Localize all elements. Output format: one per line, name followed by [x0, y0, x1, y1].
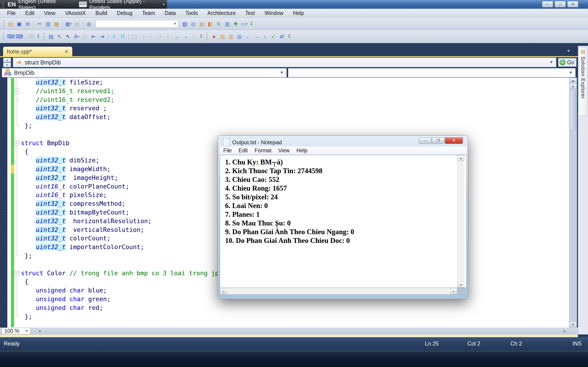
notepad-text-area[interactable]: 1. Chu Ky: BM┬á) 2. Kich Thuoc Tap Tin: … [220, 155, 467, 288]
properties-window-icon[interactable]: ▤ [198, 20, 206, 28]
toolbar-grip[interactable] [43, 33, 45, 40]
save-all-icon[interactable]: ⧉ [23, 20, 32, 28]
tab-close-icon[interactable]: ✕ [64, 49, 69, 54]
notepad-menu-view[interactable]: View [275, 148, 293, 154]
notepad-menu-file[interactable]: File [220, 148, 235, 154]
find-combobox[interactable]: ▼ [95, 20, 178, 28]
va-nav-forward-icon[interactable]: → [252, 32, 261, 41]
notepad-restore-button[interactable]: ❐ [432, 137, 445, 144]
extension-manager-icon[interactable]: ✚ [232, 20, 240, 28]
va-nav-back-icon[interactable]: ← [244, 32, 252, 41]
notepad-horizontal-scrollbar[interactable]: ◂ ▸ [220, 288, 457, 294]
increase-indent-icon[interactable]: ⇥ [98, 32, 106, 41]
code-line[interactable]: //uint16_t reserved2; [0, 95, 565, 104]
fold-collapse-icon[interactable]: – [15, 271, 19, 275]
prev-bookmark-icon[interactable]: ◂ [139, 32, 147, 41]
fold-collapse-icon[interactable]: – [15, 89, 19, 93]
notepad-vertical-scrollbar[interactable]: ▲ ▼ [457, 155, 464, 288]
go-button[interactable]: ➔ Go [558, 58, 577, 67]
menu-tools[interactable]: Tools [181, 9, 203, 18]
language-en-badge[interactable]: EN [8, 1, 16, 8]
fold-collapse-icon[interactable]: – [15, 141, 19, 145]
refresh-icon[interactable]: ↻ [215, 20, 223, 28]
scroll-up-icon[interactable]: ▲ [569, 83, 577, 89]
scroll-down-icon[interactable]: ▼ [458, 282, 464, 288]
menu-help[interactable]: Help [288, 9, 309, 18]
toolbar-overflow-icon[interactable]: ▾ [287, 32, 292, 41]
notepad-close-button[interactable]: ✕ [445, 137, 463, 144]
insert-box-icon[interactable]: ▢ [130, 32, 139, 41]
va-open-file-icon[interactable]: ▤ [218, 32, 227, 41]
scroll-down-icon[interactable]: ▼ [569, 322, 577, 327]
next-bookmark-icon[interactable]: ▸ [147, 32, 156, 41]
menu-architecture[interactable]: Architecture [203, 9, 241, 18]
find-in-files-icon[interactable]: ◎ [189, 20, 198, 28]
language-bar-options-icon[interactable]: ▾ [163, 2, 165, 6]
chevron-down-icon[interactable]: ▼ [173, 22, 177, 25]
notepad-window[interactable]: Output.txt - Notepad ─ ❐ ✕ FileEditForma… [218, 135, 468, 299]
word-wrap-icon[interactable]: A▾ [72, 32, 81, 41]
menu-vassistx[interactable]: VAssistX [60, 9, 90, 18]
notepad-menu-format[interactable]: Format [251, 148, 275, 154]
scroll-left-icon[interactable]: ◂ [37, 328, 42, 334]
display-window-icon[interactable]: ▤ [47, 32, 55, 41]
chevron-down-icon[interactable]: ▼ [549, 60, 553, 65]
toolbar-grip[interactable] [3, 33, 4, 40]
menu-edit[interactable]: Edit [20, 9, 39, 18]
toolbar-overflow-icon[interactable]: ▾ [249, 20, 254, 28]
prev-bookmark-folder-icon[interactable]: ◂ [156, 32, 164, 41]
scroll-right-icon[interactable]: ▸ [562, 328, 567, 334]
va-paste-history-icon[interactable]: ↓ [261, 32, 269, 41]
scroll-up-icon[interactable]: ▲ [458, 155, 464, 161]
toolbar-grip[interactable] [3, 20, 4, 28]
context-scope-combobox[interactable]: ➜ struct BmpDib ▼ [13, 58, 556, 67]
scroll-right-icon[interactable]: ▸ [450, 288, 457, 294]
notepad-menu-help[interactable]: Help [293, 148, 311, 154]
class-view-icon[interactable]: ▥ [223, 20, 232, 28]
menu-data[interactable]: Data [160, 9, 181, 18]
code-line[interactable]: //uint16_t reserved1; [0, 87, 565, 95]
language-bar-grip[interactable] [1, 1, 4, 8]
code-line[interactable]: uint32_t dataOffset; [0, 113, 565, 121]
tab-list-dropdown-icon[interactable]: ▾ [567, 48, 570, 53]
editor-horizontal-scrollbar[interactable] [0, 327, 578, 334]
comment-selection-icon[interactable]: ≡ [110, 32, 118, 41]
vassistx-tomato-icon[interactable]: ● [210, 32, 218, 41]
copy-icon[interactable]: ▥ [44, 20, 52, 28]
cut-icon[interactable]: ✂ [35, 20, 44, 28]
solution-explorer-icon[interactable]: ▧ [181, 20, 189, 28]
next-bookmark-folder-icon[interactable]: ▸ [164, 32, 173, 41]
language-bar[interactable]: EN English (United States) United States… [0, 0, 167, 9]
open-file-icon[interactable]: ▤ [6, 20, 15, 28]
menu-test[interactable]: Test [241, 9, 260, 18]
insert-pointer-icon[interactable]: ↖ [64, 32, 72, 41]
chevron-down-icon[interactable]: ▼ [25, 329, 28, 333]
code-line[interactable]: uint32_t fileSize; [0, 78, 565, 87]
declaration-combobox[interactable]: ▼ [288, 68, 576, 77]
code-line[interactable]: }; [0, 312, 565, 321]
document-tab[interactable]: hohe.cpp* ✕ [3, 47, 72, 56]
va-open-corresponding-icon[interactable]: ⇄ [278, 32, 286, 41]
add-new-item-icon[interactable]: ▦▾ [64, 20, 73, 28]
select-pointer-icon[interactable]: ↖ [55, 32, 64, 41]
paste-icon[interactable]: ▦ [52, 20, 61, 28]
chevron-down-icon[interactable]: ▼ [569, 70, 573, 75]
scope-up-button[interactable]: ▲ [3, 58, 11, 62]
editor-scrollbar-thumb[interactable] [570, 90, 576, 130]
code-line[interactable]: }; [0, 121, 565, 130]
code-line[interactable]: unsigned char red; [0, 303, 565, 312]
menu-file[interactable]: File [2, 9, 20, 18]
va-insert-snippet-icon[interactable]: ⌨ [6, 32, 15, 41]
va-spell-check-icon[interactable]: ✓ [269, 32, 278, 41]
notepad-menu-edit[interactable]: Edit [235, 148, 251, 154]
menu-team[interactable]: Team [137, 9, 160, 18]
resize-grip[interactable] [457, 288, 464, 294]
menu-window[interactable]: Window [260, 9, 288, 18]
find-icon[interactable]: ◎ [85, 20, 93, 28]
uncomment-selection-icon[interactable]: ↺ [118, 32, 127, 41]
minimize-button[interactable]: ─ [542, 1, 553, 7]
menu-build[interactable]: Build [90, 9, 112, 18]
paste-append-icon[interactable]: ▥ [81, 32, 89, 41]
scroll-left-icon[interactable]: ◂ [220, 288, 227, 294]
editor-zoom-combobox[interactable]: 100 % ▼ [2, 328, 30, 334]
